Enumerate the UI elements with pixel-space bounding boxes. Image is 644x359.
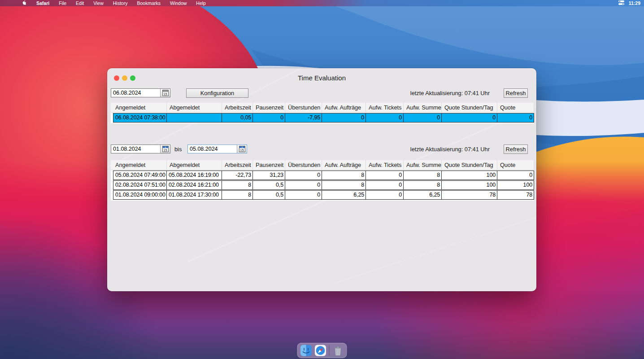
cell-angemeldet: 06.08.2024 07:38:00 [113,114,167,122]
col-header[interactable]: Aufw. Tickets [366,160,404,170]
dock-separator [329,345,330,356]
today-date-input[interactable] [111,89,160,97]
col-header[interactable]: Angemeldet [111,160,167,170]
cell-pausenzeit: 0 [253,114,285,122]
cell-aufw-summe: 8 [404,181,442,189]
cell-ueberstunden: 0 [285,181,322,189]
cell-quote: 0 [497,114,534,122]
cell-arbeitszeit: -22,73 [222,171,253,180]
menu-item-edit[interactable]: Edit [76,0,84,6]
cell-aufw-tickets: 0 [366,114,404,122]
col-header[interactable]: Angemeldet [111,103,167,112]
col-header[interactable]: Aufw. Aufträge [322,103,366,112]
range-to-calendar-button[interactable]: 15 [237,145,247,153]
menu-item-bookmarks[interactable]: Bookmarks [137,0,161,6]
calendar-icon: 15 [239,146,245,152]
konfiguration-button[interactable]: Konfiguration [186,88,248,98]
col-header[interactable]: Aufw. Tickets [366,103,404,112]
range-to-date-input[interactable] [188,145,237,153]
control-center-icon[interactable] [618,0,624,6]
last-update-today: letzte Aktualisierung: 07:41 Uhr [410,90,490,96]
cell-arbeitszeit: 8 [222,191,253,199]
menu-item-file[interactable]: File [59,0,66,6]
col-header[interactable]: Quote Stunden/Tag [442,103,497,112]
col-header[interactable]: Pausenzeit [253,103,285,112]
col-header[interactable]: Quote Stunden/Tag [442,160,497,170]
today-table: Angemeldet Abgemeldet Arbeitszeit Pausen… [111,103,534,123]
range-from-date-input[interactable] [111,145,160,153]
col-header[interactable]: Pausenzeit [253,160,285,170]
col-header[interactable]: Quote [497,160,534,170]
calendar-icon: 15 [162,146,169,152]
menu-item-history[interactable]: History [113,0,128,6]
menu-bar: Safari File Edit View History Bookmarks … [0,0,644,6]
safari-dock-icon[interactable] [315,345,326,356]
cell-ueberstunden: -7,95 [285,114,322,122]
cell-quote-stunden: 100 [442,181,497,189]
cell-ueberstunden: 0 [285,191,322,199]
cell-angemeldet: 01.08.2024 09:00:00 [113,191,167,199]
menu-item-view[interactable]: View [93,0,104,6]
col-header[interactable]: Überstunden [285,160,322,170]
cell-abgemeldet [167,114,222,122]
menu-item-help[interactable]: Help [196,0,206,6]
cell-aufw-auftraege: 8 [322,171,366,180]
cell-abgemeldet: 01.08.2024 17:30:00 [167,191,222,199]
apple-menu-icon[interactable] [22,0,27,6]
cell-quote-stunden: 100 [442,171,497,180]
desktop: Safari File Edit View History Bookmarks … [0,0,644,359]
cell-angemeldet: 05.08.2024 07:49:00 [113,171,167,180]
refresh-button-today[interactable]: Refresh [504,88,528,98]
col-header[interactable]: Aufw. Aufträge [322,160,366,170]
col-header[interactable]: Quote [497,103,534,112]
calendar-icon: 15 [162,90,169,96]
menu-clock: 11:29 [629,0,640,6]
cell-abgemeldet: 05.08.2024 16:19:00 [167,171,222,180]
cell-quote: 0 [497,171,534,180]
col-header[interactable]: Arbeitszeit [222,103,253,112]
range-to-date-picker: 15 [187,144,247,153]
cell-pausenzeit: 0,5 [253,191,285,199]
cell-arbeitszeit: 0,05 [222,114,253,122]
cell-quote: 78 [497,191,534,199]
cell-aufw-auftraege: 8 [322,181,366,189]
range-table: Angemeldet Abgemeldet Arbeitszeit Pausen… [111,160,534,201]
range-table-header: Angemeldet Abgemeldet Arbeitszeit Pausen… [111,160,534,170]
menu-item-safari[interactable]: Safari [36,0,49,6]
cell-aufw-tickets: 0 [366,181,404,189]
cell-aufw-auftraege: 6,25 [322,191,366,199]
cell-pausenzeit: 31,23 [253,171,285,180]
refresh-button-range[interactable]: Refresh [504,144,528,154]
menu-item-window[interactable]: Window [170,0,187,6]
cell-angemeldet: 02.08.2024 07:51:00 [113,181,167,189]
table-row[interactable]: 02.08.2024 07:51:00 02.08.2024 16:21:00 … [113,180,534,190]
col-header[interactable]: Aufw. Summe [404,160,442,170]
col-header[interactable]: Abgemeldet [167,103,222,112]
cell-arbeitszeit: 8 [222,181,253,189]
last-update-range: letzte Aktualisierung: 07:41 Uhr [410,146,490,153]
range-from-calendar-button[interactable]: 15 [160,145,170,153]
table-row-selected[interactable]: 06.08.2024 07:38:00 0,05 0 -7,95 0 0 0 0… [113,113,534,123]
time-evaluation-window: Time Evaluation 15 Konfiguration letzte … [107,68,536,291]
cell-abgemeldet: 02.08.2024 16:21:00 [167,181,222,189]
col-header[interactable]: Abgemeldet [167,160,222,170]
today-table-header: Angemeldet Abgemeldet Arbeitszeit Pausen… [111,103,534,113]
cell-aufw-summe: 8 [404,171,442,180]
finder-dock-icon[interactable] [300,345,312,356]
col-header[interactable]: Aufw. Summe [404,103,442,112]
table-row[interactable]: 05.08.2024 07:49:00 05.08.2024 16:19:00 … [113,171,534,180]
dock [297,343,347,358]
col-header[interactable]: Überstunden [285,103,322,112]
today-date-picker: 15 [111,88,170,97]
table-row[interactable]: 01.08.2024 09:00:00 01.08.2024 17:30:00 … [113,190,534,200]
bis-label: bis [174,146,182,153]
col-header[interactable]: Arbeitszeit [222,160,253,170]
trash-dock-icon[interactable] [332,345,344,356]
window-title: Time Evaluation [107,74,536,82]
cell-aufw-tickets: 0 [366,191,404,199]
range-from-date-picker: 15 [111,144,170,153]
cell-pausenzeit: 0,5 [253,181,285,189]
today-calendar-button[interactable]: 15 [160,89,170,97]
cell-aufw-summe: 0 [404,114,442,122]
cell-quote-stunden: 78 [442,191,497,199]
